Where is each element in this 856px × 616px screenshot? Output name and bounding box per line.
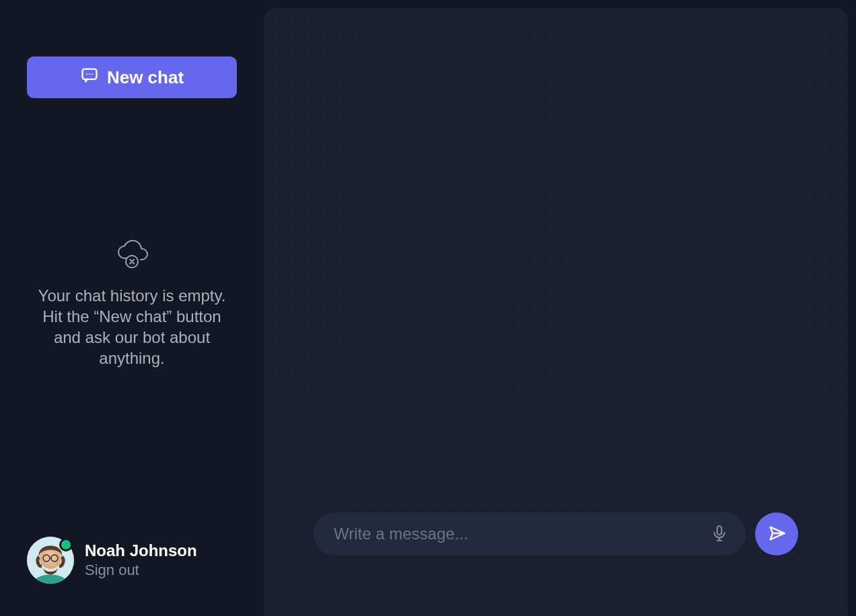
empty-state-text: Your chat history is empty. Hit the “New… [27,285,237,369]
message-input[interactable] [334,525,707,543]
app-root: New chat Your chat history is empty. Hit… [0,0,856,616]
username: Noah Johnson [85,541,197,561]
message-input-wrap[interactable] [314,512,746,555]
sidebar: New chat Your chat history is empty. Hit… [0,0,264,616]
status-online-icon [59,538,73,551]
cloud-x-icon [115,239,149,269]
sign-out-button[interactable]: Sign out [85,562,139,579]
svg-rect-10 [717,526,722,535]
chat-panel [264,8,848,616]
composer [314,512,798,555]
send-button[interactable] [755,512,798,555]
send-icon [767,524,786,545]
microphone-icon [711,525,728,544]
empty-state: Your chat history is empty. Hit the “New… [27,71,237,537]
user-row: Noah Johnson Sign out [27,537,237,584]
mic-button[interactable] [707,521,732,548]
avatar-wrap [27,537,74,584]
user-meta: Noah Johnson Sign out [85,541,197,580]
